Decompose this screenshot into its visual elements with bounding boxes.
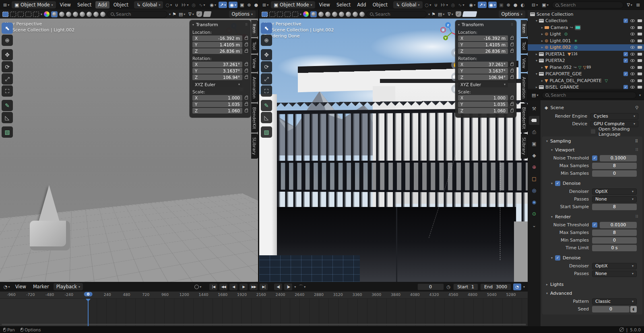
disable-render-icon[interactable] — [638, 26, 642, 29]
lock-icon[interactable] — [510, 37, 514, 40]
location-y-field[interactable]: Y1.4105 m — [192, 42, 242, 48]
shading-wireframe-icon[interactable]: ⊕ — [246, 2, 252, 8]
tab-physics-properties[interactable]: ◉ — [529, 198, 539, 207]
tab-object-data-properties[interactable]: ⊙ — [529, 209, 539, 218]
hide-viewport-icon[interactable] — [630, 39, 635, 42]
playback-extra-chevron[interactable]: ▾ — [294, 285, 296, 289]
outliner-row-light[interactable]: ▸ ⊚ Light ⊙ — [528, 31, 644, 38]
blenderkit-addon-icon[interactable] — [353, 12, 358, 17]
blenderkit-brush-icon[interactable] — [325, 12, 330, 17]
tool-measure[interactable]: ◺ — [261, 112, 272, 123]
fence-base-ornament-mesh[interactable] — [30, 221, 70, 250]
start-sample-field[interactable]: 8 — [592, 204, 637, 210]
timeline-tick[interactable]: 1440 — [198, 292, 208, 297]
tool-move[interactable]: ✥ — [261, 49, 272, 60]
timeline-tick[interactable]: 3600 — [372, 292, 381, 297]
pivot-point-icon[interactable]: ◌▾ — [424, 2, 432, 8]
blenderkit-world-icon[interactable] — [332, 12, 337, 17]
blenderkit-models-icon[interactable] — [51, 11, 58, 17]
lock-icon[interactable] — [510, 63, 514, 66]
timeline-tick[interactable]: 1920 — [237, 292, 247, 297]
snap-target-icon[interactable]: ⊦⊦▾ — [440, 2, 448, 8]
gizmos-toggle-icon[interactable]: ↗▾ — [219, 2, 227, 8]
lock-icon[interactable] — [510, 110, 514, 112]
falloff-curve-icon[interactable]: ∿▾ — [457, 2, 465, 8]
blenderkit-nodegroup-icon[interactable] — [359, 12, 365, 17]
next-keyframe-button[interactable]: ▶▶ — [250, 283, 258, 290]
timeline-tick[interactable]: 480 — [123, 292, 130, 297]
transform-orientation-dropdown[interactable]: ↳ Global▾ — [393, 1, 422, 8]
tool-select-box[interactable]: ⬉ — [261, 23, 272, 34]
panel-grip-icon[interactable]: ⠿ — [245, 23, 248, 27]
hide-viewport-icon[interactable] — [630, 33, 635, 35]
seed-field[interactable]: 0 — [592, 306, 630, 312]
timeline-tick[interactable]: -240 — [64, 292, 73, 297]
menu-add[interactable]: Add — [95, 1, 109, 8]
rotation-y-field[interactable]: Y3.1637° — [192, 68, 242, 74]
hide-viewport-icon[interactable] — [630, 66, 635, 69]
select-none-icon[interactable] — [33, 12, 39, 17]
gizmos-toggle-icon[interactable]: ↗▾ — [478, 2, 486, 8]
frame-start-field[interactable]: Start1 — [453, 283, 478, 290]
timeline-tick[interactable]: 1680 — [218, 292, 227, 297]
frame-forward-button[interactable]: |▶ — [284, 283, 292, 290]
mode-dropdown[interactable]: ▣ Object Mode▾ — [12, 1, 56, 8]
timeline-current-frame-tick[interactable]: 0 — [84, 292, 93, 296]
timeline-tick[interactable]: 4800 — [468, 292, 477, 297]
outliner-row-light-002[interactable]: ▸ ⊚ Light.002 ⊙ — [528, 44, 644, 51]
presets-sliders-icon[interactable]: ⫶⫶ — [636, 147, 638, 152]
new-collection-icon[interactable]: ⊞ — [636, 2, 641, 8]
viewport-subsection-header[interactable]: ▾Viewport⫶⫶ — [542, 145, 642, 154]
select-circle-icon[interactable] — [277, 12, 283, 17]
tab-slibrary[interactable]: SLibrary — [251, 134, 258, 158]
timeline-menu-view[interactable]: View — [13, 283, 29, 290]
play-button[interactable]: ▶ — [239, 283, 248, 290]
outliner-filter-funnel-icon[interactable]: ∇▾ — [626, 2, 633, 8]
tool-annotate[interactable]: ✎ — [2, 100, 13, 111]
hide-viewport-icon[interactable] — [630, 72, 635, 75]
outliner-editor[interactable]: ⊟▾ ▣▾ Search ∇▾ ⊞ Scene Collection ▾ Col… — [528, 0, 644, 89]
falloff-curve-icon[interactable]: ∿▾ — [198, 2, 206, 8]
overlays-toggle-icon[interactable]: ◉▾ — [229, 2, 237, 8]
mode-dropdown[interactable]: ▣ Object Mode▾ — [271, 1, 315, 8]
tool-transform[interactable]: ⛶ — [2, 85, 13, 97]
lights-section-header[interactable]: ▸Lights — [542, 280, 642, 289]
outliner-row-camera[interactable]: ▸ Camera ↪ — [528, 24, 644, 31]
outliner-search-input[interactable]: Search — [552, 2, 624, 8]
xray-toggle-icon[interactable]: ▣ — [498, 2, 504, 8]
scale-z-field[interactable]: Z1.060 — [192, 108, 242, 114]
select-tweak-icon[interactable] — [262, 12, 268, 17]
tool-measure[interactable]: ◺ — [2, 112, 13, 123]
timeline-ruler[interactable]: -960-720-480-240024048072096012001440168… — [0, 292, 528, 299]
animate-seed-icon[interactable]: ◖ — [630, 306, 637, 312]
scale-y-field[interactable]: Y1.035 — [192, 101, 242, 107]
tab-output-properties[interactable]: ⎙ — [529, 128, 539, 137]
expander-icon[interactable]: ▸ — [534, 85, 539, 89]
options-dropdown[interactable]: Options▾ — [499, 10, 525, 18]
blenderkit-scene-icon[interactable] — [80, 12, 85, 17]
bookmarks-icon[interactable]: ⚑ — [172, 12, 176, 17]
menu-view[interactable]: View — [58, 1, 73, 8]
timeline-editor-type-icon[interactable]: ◔▾ — [3, 284, 11, 290]
blenderkit-nodegroup-icon[interactable] — [100, 12, 105, 17]
frame-back-button[interactable]: ◀| — [274, 283, 282, 290]
tab-render-properties[interactable] — [529, 116, 539, 125]
jump-to-end-button[interactable]: ▶| — [260, 283, 268, 290]
timeline-tick[interactable]: -960 — [7, 292, 16, 297]
select-lasso-icon[interactable] — [285, 12, 291, 17]
tab-animation[interactable]: Animation — [251, 73, 258, 102]
disable-render-icon[interactable] — [638, 79, 642, 82]
search-history-chevron[interactable]: ▾ — [428, 12, 430, 16]
collection-checkbox[interactable]: ✓ — [623, 72, 628, 76]
expander-icon[interactable]: ▸ — [540, 26, 545, 29]
collection-checkbox[interactable]: ✓ — [623, 58, 628, 63]
timeline-tick[interactable]: 3360 — [352, 292, 362, 297]
tab-tool-properties[interactable]: ⚒ — [529, 104, 539, 113]
lock-icon[interactable] — [245, 63, 248, 66]
show-gizmo-icon[interactable]: ◉▾ — [209, 2, 217, 8]
xray-toggle-icon[interactable]: ▣ — [239, 2, 245, 8]
tabs-overflow-chevron[interactable]: ⌄ — [529, 221, 539, 230]
filter-funnel-icon[interactable]: ∇▾ — [188, 12, 194, 17]
ratings-shield-icon[interactable]: ✓ — [196, 11, 202, 17]
keying-set-icon[interactable]: ⌒▾ — [298, 284, 306, 290]
